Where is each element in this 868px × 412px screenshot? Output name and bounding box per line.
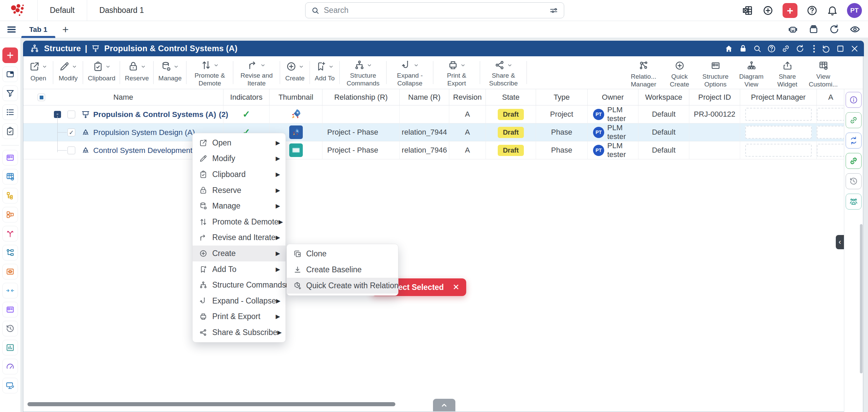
hamburger-menu-icon[interactable] <box>6 24 17 35</box>
export-grid-icon[interactable] <box>742 5 753 16</box>
grid-row-control-system-development[interactable]: Control System Development (A) Project -… <box>23 141 845 159</box>
sidebar-history-widget[interactable] <box>2 321 18 336</box>
user-avatar[interactable]: PT <box>847 3 862 18</box>
toolbar-structure-commands-button[interactable]: Structure Commands <box>340 56 387 89</box>
select-all-checkbox[interactable] <box>38 94 45 101</box>
info-panel-button[interactable] <box>846 92 862 108</box>
toolbar-create-button[interactable]: Create <box>280 56 310 89</box>
menu-item-clipboard[interactable]: Clipboard▶ <box>193 166 285 182</box>
sidebar-table-widget[interactable] <box>2 169 18 184</box>
toolbar-expand-collapse-button[interactable]: Expand - Collapse <box>387 56 433 89</box>
add-tab-button[interactable]: + <box>58 22 73 37</box>
toolbar-manage-button[interactable]: Manage <box>154 56 186 89</box>
menu-item-expand-collapse[interactable]: Expand - Collapse▶ <box>193 293 285 309</box>
diagram-view-button[interactable]: Diagram View <box>733 56 769 89</box>
menu-item-manage[interactable]: Manage▶ <box>193 198 285 214</box>
header-owner[interactable]: Owner <box>588 89 638 105</box>
menu-item-reserve[interactable]: Reserve▶ <box>193 182 285 198</box>
global-search[interactable] <box>305 2 564 18</box>
project-manager-input[interactable] <box>745 126 812 139</box>
header-thumbnail[interactable]: Thumbnail <box>270 89 322 105</box>
undo-icon[interactable] <box>822 44 831 53</box>
refresh-icon[interactable] <box>829 24 840 35</box>
sidebar-flow-widget[interactable] <box>2 245 18 260</box>
menu-item-create[interactable]: Create▶ <box>193 246 285 261</box>
relations-panel-button[interactable] <box>846 112 862 128</box>
toast-close-icon[interactable]: ✕ <box>453 283 459 291</box>
tab-1[interactable]: Tab 1 <box>21 21 55 38</box>
sidebar-window-widget[interactable] <box>2 66 18 82</box>
add-circle-icon[interactable] <box>762 5 774 16</box>
phase-thumbnail[interactable] <box>289 143 303 157</box>
header-state[interactable]: State <box>486 89 536 105</box>
project-manager-input[interactable] <box>745 144 812 157</box>
relationship-manager-button[interactable]: Relatio... Manager <box>626 56 662 89</box>
sidebar-kanban-widget[interactable] <box>2 207 18 222</box>
row-checkbox[interactable] <box>67 146 75 154</box>
submenu-item-create-baseline[interactable]: Create Baseline <box>287 262 398 278</box>
menu-item-share-subscribe[interactable]: Share & Subscribe▶ <box>193 325 285 340</box>
menu-item-promote-demote[interactable]: Promote & Demote▶ <box>193 214 285 230</box>
share-widget-button[interactable]: Share Widget <box>769 56 805 89</box>
scroll-top-button[interactable] <box>433 399 455 411</box>
dashboard-menu[interactable]: Dashboard 1 <box>95 6 149 15</box>
submenu-item-clone[interactable]: Clone <box>287 246 398 262</box>
header-project-manager[interactable]: Project Manager <box>740 89 817 105</box>
grid-row-propulsion-control-systems[interactable]: - Propulsion & Control Systems (A)(2) ✓ … <box>23 105 845 123</box>
header-name[interactable]: Name <box>23 89 223 105</box>
workspace-menu[interactable]: Default <box>45 6 79 15</box>
horizontal-scrollbar[interactable] <box>27 402 395 406</box>
quick-create-button[interactable]: Quick Create <box>662 56 697 89</box>
header-partial[interactable]: A <box>817 89 845 105</box>
window-help-icon[interactable] <box>767 44 776 53</box>
toolbar-reserve-button[interactable]: Reserve <box>120 56 154 89</box>
close-window-icon[interactable] <box>850 44 859 53</box>
row-name[interactable]: Propulsion System Design (A) <box>93 123 195 141</box>
sidebar-card-widget[interactable] <box>2 302 18 317</box>
toolbar-promote-demote-button[interactable]: Promote & Demote <box>186 56 233 89</box>
window-search-icon[interactable] <box>753 44 762 53</box>
menu-item-add-to[interactable]: Add To▶ <box>193 261 285 277</box>
links-panel-button[interactable] <box>846 153 862 169</box>
search-input[interactable] <box>324 6 549 15</box>
menu-item-open[interactable]: Open▶ <box>193 135 285 151</box>
menu-item-revise-iterate[interactable]: Revise and Iterate▶ <box>193 230 285 246</box>
header-indicators[interactable]: Indicators <box>223 89 270 105</box>
sidebar-chart-widget[interactable] <box>2 340 18 355</box>
grid-row-propulsion-system-design[interactable]: ✓ Propulsion System Design (A) ✓ Project… <box>23 123 845 141</box>
more-options-icon[interactable]: ⋮ <box>810 43 816 54</box>
copy-link-icon[interactable] <box>781 44 790 53</box>
header-workspace[interactable]: Workspace <box>638 89 689 105</box>
toolbar-modify-button[interactable]: Modify <box>53 56 83 89</box>
home-icon[interactable] <box>724 44 733 53</box>
row-name[interactable]: Control System Development (A) <box>93 141 205 159</box>
sidebar-form-widget[interactable] <box>2 150 18 165</box>
structure-options-button[interactable]: Structure Options <box>697 56 733 89</box>
project-manager-input[interactable] <box>745 108 812 121</box>
archive-box-icon[interactable] <box>808 24 819 35</box>
header-project-id[interactable]: Project ID <box>689 89 740 105</box>
window-refresh-icon[interactable] <box>795 44 805 53</box>
sidebar-monitor-widget[interactable] <box>2 378 18 393</box>
sidebar-viewer-widget[interactable] <box>2 264 18 279</box>
header-relationship[interactable]: Relationship (R) <box>322 89 400 105</box>
header-name-r[interactable]: Name (R) <box>400 89 449 105</box>
toolbar-clipboard-button[interactable]: Clipboard <box>83 56 120 89</box>
partial-input[interactable] <box>817 108 845 121</box>
toolbar-add-to-button[interactable]: Add To <box>310 56 340 89</box>
sidebar-gauge-widget[interactable] <box>2 359 18 374</box>
help-icon[interactable] <box>806 5 818 16</box>
row-name[interactable]: Propulsion & Control Systems (A)(2) <box>93 105 223 123</box>
toolbar-revise-iterate-button[interactable]: Revise and Iterate <box>233 56 280 89</box>
sidebar-compare-widget[interactable] <box>2 283 18 298</box>
header-type[interactable]: Type <box>536 89 588 105</box>
view-customization-button[interactable]: View Customi... <box>805 56 841 89</box>
window-titlebar[interactable]: Structure | Propulsion & Control Systems… <box>23 41 864 56</box>
rocket-thumbnail[interactable] <box>289 107 303 121</box>
assistant-robot-icon[interactable] <box>787 24 798 35</box>
collapse-panel-handle[interactable]: ‹ <box>836 235 844 249</box>
quick-add-button[interactable]: + <box>783 3 797 18</box>
menu-item-structure-commands[interactable]: Structure Commands▶ <box>193 277 285 293</box>
row-checkbox[interactable] <box>67 111 75 118</box>
app-logo-icon[interactable] <box>8 2 30 19</box>
